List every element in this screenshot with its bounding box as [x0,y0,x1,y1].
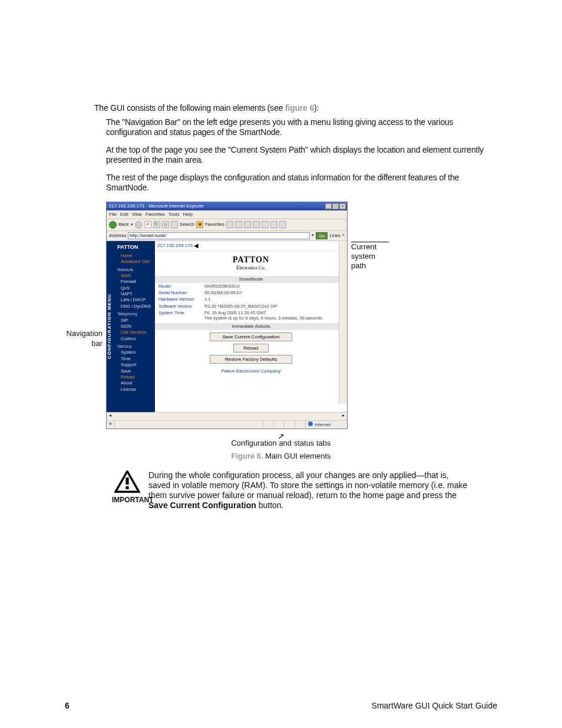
main-area: 217.192.239.173 ◀ PATTON Electronics Co.… [155,241,347,412]
sidebar-item[interactable]: About [117,380,153,386]
callout-system-path-2: system path [351,252,389,271]
company-link[interactable]: Patton Electronics Company [155,366,347,377]
info-row: Model:SN4552/2BIS/EUI [155,283,347,289]
menu-help[interactable]: Help [183,212,192,218]
stop-icon[interactable]: ✕ [144,221,151,228]
menu-view[interactable]: View [132,212,142,218]
intro-line: The GUI consists of the following main e… [94,103,497,114]
sidebar-item[interactable]: Codecs [117,336,153,341]
sidebar-item[interactable]: ISDN [117,324,153,329]
sidebar-item[interactable]: Various [117,344,153,349]
vertical-scrollbar[interactable] [339,241,347,404]
home-icon[interactable]: ⌂ [162,221,169,228]
patton-logo: PATTON Electronics Co. [155,251,347,275]
sidebar-item[interactable]: Firewall [117,279,153,284]
sidebar-item[interactable]: Network [117,267,153,272]
info-value: 1.1 [204,297,343,302]
back-label: Back [118,222,129,228]
sidebar-item[interactable]: Reload [117,374,153,380]
horizontal-scrollbar[interactable]: ◂▸ [107,412,347,420]
menu-tools[interactable]: Tools [168,212,180,218]
intro-a: The GUI consists of the following main e… [94,103,285,113]
misc-icon-1[interactable] [262,221,269,228]
reload-button[interactable]: Reload [233,344,269,353]
menu-favorites[interactable]: Favorites [146,212,165,218]
callout-navigation-1: Navigation [65,329,103,338]
sidebar-item[interactable]: SIP [117,318,153,323]
sidebar-item[interactable]: DNS / DynDNS [117,304,153,309]
nav-list: PATTON HomeAdvanced GUINetworkWANFirewal… [115,241,155,412]
info-key: Hardware Version: [158,297,204,302]
info-value: SN4552/2BIS/EUI [204,284,343,289]
close-icon[interactable]: × [339,203,346,209]
sidebar-item[interactable]: Time [117,356,153,361]
history-icon[interactable] [226,221,233,228]
back-icon[interactable] [109,221,117,229]
sidebar: CONFIGURATION MENU PATTON HomeAdvanced G… [107,241,155,412]
brand-logo: PATTON [117,242,153,252]
maximize-icon[interactable]: □ [332,203,339,209]
internet-icon [308,421,313,426]
info-value: R3.20 TB2005-08-25_BASICGUI SIP [204,304,343,309]
info-row: Serial Number:00:A0:BA:00:99:D7 [155,289,347,296]
svg-rect-1 [125,477,128,485]
sidebar-item[interactable]: Support [117,362,153,367]
callout-tabs: Configuration and status tabs [65,439,497,448]
window-title: 217.192.239.173 - Microsoft Internet Exp… [108,203,325,209]
arrow-down-icon: ↗ [65,434,497,439]
menu-edit[interactable]: Edit [120,212,128,218]
sidebar-item[interactable]: Advanced GUI [117,259,153,264]
doc-title: SmartWare GUI Quick Start Guide [372,701,497,710]
important-note: IMPORTANT During the whole configuration… [112,470,468,510]
save-config-button[interactable]: Save Current Configuration [210,332,292,341]
sidebar-item[interactable]: Save [117,368,153,374]
info-key: Serial Number: [158,290,204,295]
print-icon[interactable] [244,221,251,228]
sidebar-item[interactable]: LAN / DHCP [117,297,153,302]
info-row: Software Version:R3.20 TB2005-08-25_BASI… [155,303,347,309]
forward-icon[interactable] [135,221,143,229]
info-value: 00:A0:BA:00:99:D7 [204,290,343,295]
minimize-icon[interactable]: _ [325,203,332,209]
info-key: Software Version: [158,304,204,309]
para-rest: The rest of the page displays the config… [106,173,497,193]
refresh-icon[interactable]: ↻ [153,221,160,228]
sidebar-item[interactable]: WAN [117,273,153,278]
menu-file[interactable]: File [109,212,117,218]
crumb-arrow-icon: ◀ [194,242,199,250]
info-key: Model: [158,284,204,289]
sidebar-item[interactable]: System [117,350,153,355]
sidebar-item[interactable]: Call Services [117,330,153,335]
sidebar-item[interactable]: Home [117,253,153,258]
go-button[interactable]: Go [316,232,328,239]
mail-icon[interactable] [235,221,242,228]
figure-6: Navigation bar 217.192.239.173 - Microso… [65,202,497,462]
sidebar-item[interactable]: Telephony [117,311,153,317]
crumb-ip[interactable]: 217.192.239.173 [157,243,193,249]
restore-defaults-button[interactable]: Restore Factory Defaults [210,355,292,364]
address-input[interactable] [128,232,310,239]
misc-icon-3[interactable] [279,221,286,228]
search-icon[interactable] [171,221,178,228]
info-row: Hardware Version:1.1 [155,296,347,302]
sidebar-title: CONFIGURATION MENU [107,241,115,412]
menubar: File Edit View Favorites Tools Help [107,210,347,219]
toolbar: Back ▾ ✕ ↻ ⌂ Search ★ Favorites [107,219,347,231]
section-actions: Immediate Actions [155,323,347,330]
svg-rect-2 [125,486,128,489]
titlebar: 217.192.239.173 - Microsoft Internet Exp… [107,202,347,210]
favorites-icon[interactable]: ★ [196,221,203,228]
sidebar-item[interactable]: License [117,387,153,392]
edit-icon[interactable] [253,221,260,228]
breadcrumb: 217.192.239.173 ◀ [155,241,347,252]
page-content: CONFIGURATION MENU PATTON HomeAdvanced G… [107,241,347,412]
links-label[interactable]: Links [329,233,340,239]
address-bar: Address ▾ Go Links » [107,231,347,241]
figure-label: Figure 6. [231,452,263,460]
misc-icon-2[interactable] [270,221,277,228]
sidebar-item[interactable]: NAPT [117,291,153,297]
sidebar-item[interactable]: QoS [117,285,153,291]
para-system-path: At the top of the page you see the "Curr… [106,145,497,166]
address-label: Address [109,233,126,239]
browser-window: 217.192.239.173 - Microsoft Internet Exp… [106,202,348,429]
